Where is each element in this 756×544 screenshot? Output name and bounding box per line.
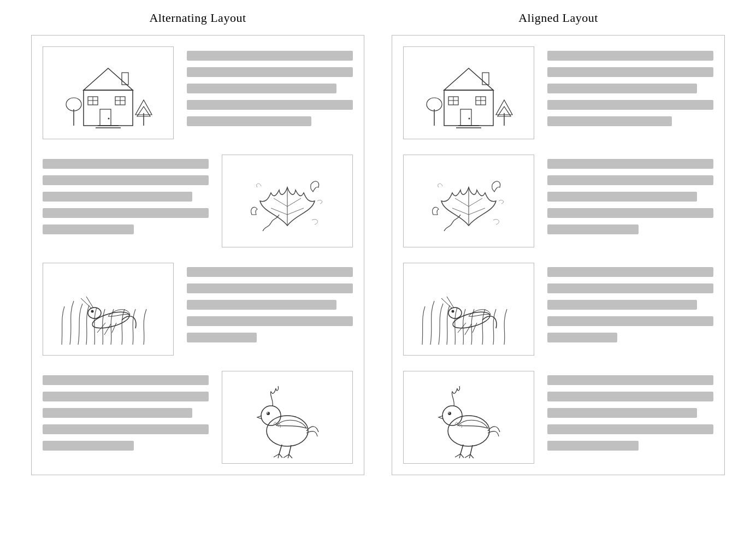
svg-rect-45: [460, 109, 471, 126]
text-line: [547, 333, 617, 342]
svg-marker-44: [444, 68, 493, 90]
alternating-text-3: [187, 263, 353, 342]
svg-line-35: [279, 445, 282, 454]
alternating-image-2: [222, 155, 353, 247]
quail-svg-2: [411, 376, 526, 458]
aligned-image-4: [403, 371, 534, 464]
alternating-row-3: [43, 263, 353, 356]
text-line: [547, 283, 713, 293]
text-line: [547, 267, 713, 277]
text-line: [187, 67, 353, 77]
svg-line-65: [469, 208, 485, 215]
alternating-row-2: [43, 155, 353, 247]
text-line: [547, 208, 713, 218]
text-line: [187, 267, 353, 277]
alternating-text-2: [43, 155, 209, 234]
svg-line-30: [112, 323, 116, 333]
text-line: [43, 375, 209, 385]
text-line: [547, 300, 697, 310]
aligned-row-3: [403, 263, 713, 356]
text-line: [43, 159, 209, 169]
aligned-image-1: [403, 46, 534, 139]
text-line: [43, 424, 209, 434]
text-line: [547, 67, 713, 77]
leaves-svg-2: [411, 160, 526, 242]
svg-line-20: [287, 198, 301, 206]
svg-rect-2: [100, 109, 111, 126]
svg-line-21: [271, 208, 287, 215]
text-line: [547, 100, 713, 110]
alternating-image-1: [43, 46, 174, 139]
text-line: [43, 208, 209, 218]
svg-rect-0: [84, 90, 133, 126]
text-line: [547, 441, 639, 451]
aligned-text-3: [547, 263, 713, 342]
alternating-text-1: [187, 46, 353, 126]
svg-line-78: [460, 445, 463, 454]
text-line: [547, 408, 697, 418]
text-line: [547, 84, 697, 93]
svg-point-57: [427, 98, 442, 111]
svg-line-70: [447, 297, 454, 308]
svg-line-27: [86, 297, 93, 308]
aligned-row-4: [403, 371, 713, 464]
text-line: [547, 51, 713, 61]
quail-svg: [230, 376, 345, 458]
svg-line-22: [287, 208, 304, 215]
text-line: [187, 333, 257, 342]
text-line: [547, 316, 713, 326]
text-line: [43, 408, 192, 418]
aligned-row-2: [403, 155, 713, 247]
text-line: [187, 300, 336, 310]
svg-marker-1: [84, 68, 133, 90]
svg-marker-59: [496, 100, 512, 115]
text-line: [187, 283, 353, 293]
aligned-text-2: [547, 155, 713, 234]
aligned-layout-section: Aligned Layout: [389, 11, 728, 475]
alternating-image-3: [43, 263, 174, 356]
page-container: Alternating Layout: [0, 0, 756, 486]
alternating-row-1: [43, 46, 353, 139]
text-line: [43, 392, 209, 401]
svg-point-76: [448, 412, 451, 415]
svg-line-42: [289, 454, 292, 458]
text-line: [43, 175, 209, 185]
text-line: [43, 441, 134, 451]
alternating-row-4: [43, 371, 353, 464]
aligned-image-2: [403, 155, 534, 247]
text-line: [547, 192, 697, 202]
leaves-svg: [230, 160, 345, 242]
svg-line-64: [452, 208, 469, 215]
svg-point-25: [91, 310, 94, 313]
house-svg-2: [411, 52, 526, 134]
text-line: [43, 224, 134, 234]
svg-point-10: [108, 118, 110, 120]
aligned-title: Aligned Layout: [518, 11, 598, 25]
svg-line-62: [455, 198, 469, 206]
text-line: [547, 224, 639, 234]
text-line: [187, 100, 353, 110]
svg-line-29: [104, 324, 111, 335]
svg-point-77: [448, 412, 450, 413]
svg-rect-43: [444, 90, 493, 126]
alternating-image-4: [222, 371, 353, 464]
text-line: [547, 175, 713, 185]
text-line: [547, 392, 713, 401]
svg-line-26: [81, 298, 92, 309]
aligned-row-1: [403, 46, 713, 139]
text-line: [187, 316, 353, 326]
svg-point-68: [452, 310, 454, 313]
text-line: [547, 375, 713, 385]
text-line: [547, 116, 672, 126]
svg-point-53: [469, 118, 470, 120]
grasshopper-svg: [51, 268, 166, 350]
svg-line-72: [465, 324, 471, 335]
alternating-text-4: [43, 371, 209, 451]
svg-line-73: [472, 323, 477, 333]
text-line: [187, 116, 311, 126]
text-line: [43, 192, 192, 202]
svg-point-32: [261, 406, 281, 425]
svg-line-85: [470, 454, 474, 458]
text-line: [187, 51, 353, 61]
house-svg: [51, 52, 166, 134]
